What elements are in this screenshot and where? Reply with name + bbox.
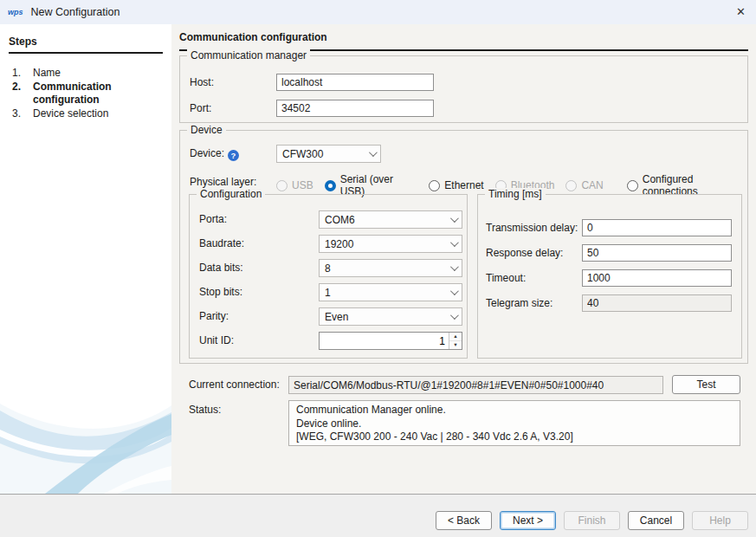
step-number: 1. (12, 67, 33, 81)
unit-id-input[interactable] (320, 333, 449, 349)
step-item-communication-configuration: 2. Communication configuration (12, 81, 171, 107)
baudrate-value: 19200 (325, 238, 450, 250)
current-connection-label: Current connection: (189, 378, 280, 391)
timing-group: Timing [ms] Transmission delay: Response… (477, 194, 742, 359)
group-legend: Configuration (197, 188, 265, 201)
radio-icon (565, 180, 577, 191)
radio-selected-icon (325, 180, 336, 191)
stop-bits-label: Stop bits: (199, 286, 242, 299)
telegram-size-input (582, 294, 732, 312)
spin-up-icon[interactable]: ▲ (449, 333, 462, 341)
radio-icon (429, 180, 440, 191)
physical-layer-label: Physical layer: (190, 176, 256, 189)
chevron-down-icon (450, 262, 459, 271)
stop-bits-value: 1 (325, 287, 450, 299)
group-legend: Communication manager (187, 49, 310, 62)
new-configuration-dialog: wps New Configuration ✕ Steps 1. Name 2.… (0, 0, 756, 537)
radio-ethernet[interactable]: Ethernet (429, 179, 483, 191)
step-item-name: 1. Name (12, 67, 171, 81)
step-label: Device selection (33, 107, 151, 121)
device-combobox[interactable]: CFW300 (276, 145, 381, 163)
next-button[interactable]: Next > (500, 511, 556, 530)
wps-logo-icon: wps (8, 8, 23, 16)
device-combobox-value: CFW300 (282, 148, 369, 160)
chevron-down-icon (450, 238, 459, 247)
porta-combobox[interactable]: COM6 (319, 210, 462, 229)
chevron-down-icon (450, 214, 459, 223)
radio-icon (276, 180, 288, 191)
transmission-delay-input[interactable] (582, 219, 732, 236)
spin-down-icon[interactable]: ▼ (449, 341, 462, 349)
step-label: Name (33, 67, 151, 81)
port-label: Port: (190, 102, 211, 115)
status-box: Communication Manager online. Device onl… (288, 400, 740, 446)
current-connection-field (288, 376, 663, 394)
port-input[interactable] (276, 100, 434, 117)
status-line: [WEG, CFW300 200 - 240 Vac | 280 - 340 V… (296, 430, 733, 444)
steps-sidebar: Steps 1. Name 2. Communication configura… (0, 24, 171, 494)
data-bits-label: Data bits: (199, 262, 243, 275)
device-label-text: Device: (190, 147, 224, 159)
device-label: Device:? (190, 147, 239, 161)
steps-list: 1. Name 2. Communication configuration 3… (12, 67, 171, 120)
timeout-label: Timeout: (486, 272, 526, 285)
step-label: Communication configuration (33, 81, 151, 107)
steps-heading: Steps (9, 36, 163, 54)
help-button: Help (692, 511, 748, 530)
help-icon[interactable]: ? (228, 150, 239, 161)
test-button[interactable]: Test (672, 375, 740, 394)
configuration-group: Configuration Porta: COM6 Baudrate: 1920… (189, 194, 468, 359)
radio-label: CAN (581, 179, 603, 191)
titlebar: wps New Configuration ✕ (0, 0, 756, 24)
back-button[interactable]: < Back (436, 511, 492, 530)
step-number: 3. (12, 107, 33, 121)
group-legend: Timing [ms] (485, 188, 546, 201)
parity-combobox[interactable]: Even (319, 307, 462, 326)
page-title: Communication configuration (179, 31, 748, 51)
status-line: Device online. (296, 417, 733, 431)
cancel-button[interactable]: Cancel (628, 511, 684, 530)
window-title: New Configuration (31, 6, 120, 18)
step-number: 2. (12, 81, 33, 107)
radio-can: CAN (565, 179, 603, 191)
chevron-down-icon (450, 287, 459, 295)
stop-bits-combobox[interactable]: 1 (319, 283, 462, 301)
radio-label: Ethernet (444, 179, 483, 191)
communication-configuration-panel: Communication configuration Communicatio… (171, 24, 756, 494)
status-label: Status: (189, 404, 221, 417)
finish-button: Finish (564, 511, 620, 530)
response-delay-label: Response delay: (486, 247, 563, 260)
data-bits-value: 8 (325, 262, 450, 275)
baudrate-label: Baudrate: (199, 237, 244, 250)
porta-value: COM6 (325, 214, 450, 226)
parity-label: Parity: (199, 310, 229, 323)
timeout-input[interactable] (582, 269, 732, 287)
spin-buttons: ▲ ▼ (449, 333, 462, 349)
radio-usb: USB (276, 179, 313, 191)
baudrate-combobox[interactable]: 19200 (319, 235, 462, 253)
response-delay-input[interactable] (582, 244, 732, 262)
step-item-device-selection: 3. Device selection (12, 107, 171, 121)
chevron-down-icon (450, 311, 459, 320)
host-label: Host: (190, 76, 214, 89)
radio-label: USB (292, 179, 313, 191)
status-line: Communication Manager online. (296, 404, 733, 417)
chevron-down-icon (369, 148, 378, 157)
close-icon[interactable]: ✕ (736, 0, 746, 24)
parity-value: Even (325, 311, 450, 323)
group-legend: Device (187, 124, 226, 137)
communication-manager-group: Communication manager Host: Port: (179, 55, 748, 123)
porta-label: Porta: (199, 213, 227, 226)
data-bits-combobox[interactable]: 8 (319, 259, 462, 277)
unit-id-spinner: ▲ ▼ (319, 332, 462, 350)
host-input[interactable] (276, 74, 434, 91)
radio-icon (627, 180, 638, 191)
device-group: Device Device:? CFW300 Physical layer: U… (179, 130, 748, 364)
decorative-swoosh (0, 379, 171, 494)
unit-id-label: Unit ID: (199, 334, 234, 347)
telegram-size-label: Telegram size: (486, 297, 552, 310)
wizard-footer: < Back Next > Finish Cancel Help (0, 494, 756, 537)
transmission-delay-label: Transmission delay: (486, 222, 578, 235)
